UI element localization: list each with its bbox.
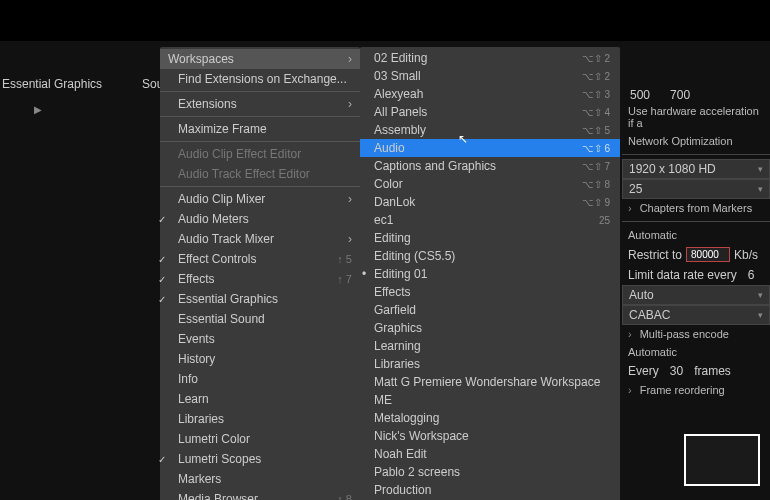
menu-essential-sound[interactable]: Essential Sound xyxy=(160,309,360,329)
separator xyxy=(160,141,360,142)
workspace-editing[interactable]: Editing xyxy=(360,229,620,247)
hw-accel-option[interactable]: Use hardware acceleration if a xyxy=(622,102,770,132)
window-titlebar xyxy=(0,0,770,41)
separator xyxy=(160,186,360,187)
automatic-label: Automatic xyxy=(622,226,770,244)
menu-maximize-frame[interactable]: Maximize Frame xyxy=(160,119,360,139)
chapters-from-markers[interactable]: Chapters from Markers xyxy=(622,199,770,217)
tab-essential-graphics[interactable]: Essential Graphics xyxy=(2,77,102,91)
workspace-me[interactable]: ME xyxy=(360,391,620,409)
menu-audio-track-effect-editor: Audio Track Effect Editor xyxy=(160,164,360,184)
every-frames-row: Every 30 frames xyxy=(622,361,770,381)
menu-audio-clip-effect-editor: Audio Clip Effect Editor xyxy=(160,144,360,164)
workspace-matt-g-premiere-wondershare-workspace[interactable]: Matt G Premiere Wondershare Workspace xyxy=(360,373,620,391)
separator xyxy=(160,116,360,117)
menu-markers[interactable]: Markers xyxy=(160,469,360,489)
workspace-03-small[interactable]: 03 Small⌥⇧ 2 xyxy=(360,67,620,85)
menu-audio-clip-mixer[interactable]: Audio Clip Mixer xyxy=(160,189,360,209)
workspace-metalogging[interactable]: Metalogging xyxy=(360,409,620,427)
workspace-audio[interactable]: Audio⌥⇧ 6 xyxy=(360,139,620,157)
workspace-all-panels[interactable]: All Panels⌥⇧ 4 xyxy=(360,103,620,121)
workspace-production[interactable]: Production xyxy=(360,481,620,499)
network-opt-option[interactable]: Network Optimization xyxy=(622,132,770,150)
menu-info[interactable]: Info xyxy=(160,369,360,389)
menu-libraries[interactable]: Libraries xyxy=(160,409,360,429)
workspace-alexyeah[interactable]: Alexyeah⌥⇧ 3 xyxy=(360,85,620,103)
workspace-danlok[interactable]: DanLok⌥⇧ 9 xyxy=(360,193,620,211)
menu-workspaces[interactable]: Workspaces xyxy=(160,49,360,69)
export-settings-panel: 500700 Use hardware acceleration if a Ne… xyxy=(622,88,770,399)
workspaces-submenu: 02 Editing⌥⇧ 203 Small⌥⇧ 2Alexyeah⌥⇧ 3Al… xyxy=(360,47,620,500)
menu-learn[interactable]: Learn xyxy=(160,389,360,409)
workspace-garfield[interactable]: Garfield xyxy=(360,301,620,319)
menu-find-extensions[interactable]: Find Extensions on Exchange... xyxy=(160,69,360,89)
workspace-learning[interactable]: Learning xyxy=(360,337,620,355)
limit-data-rate-row: Limit data rate every 6 xyxy=(622,265,770,285)
automatic2-label: Automatic xyxy=(622,343,770,361)
chevron-right-icon: ▶ xyxy=(34,104,42,115)
workspace-editing-cs5-5-[interactable]: Editing (CS5.5) xyxy=(360,247,620,265)
menu-effects[interactable]: Effects↑ 7 xyxy=(160,269,360,289)
window-menu: Workspaces Find Extensions on Exchange..… xyxy=(160,47,360,500)
menu-lumetri-scopes[interactable]: Lumetri Scopes xyxy=(160,449,360,469)
workspace-pablo-2-screens[interactable]: Pablo 2 screens xyxy=(360,463,620,481)
menu-effect-controls[interactable]: Effect Controls↑ 5 xyxy=(160,249,360,269)
menu-media-browser[interactable]: Media Browser↑ 8 xyxy=(160,489,360,500)
menu-essential-graphics[interactable]: Essential Graphics xyxy=(160,289,360,309)
workspace-02-editing[interactable]: 02 Editing⌥⇧ 2 xyxy=(360,49,620,67)
workspace-editing-01[interactable]: Editing 01 xyxy=(360,265,620,283)
auto-dropdown[interactable]: Auto xyxy=(622,285,770,305)
resolution-dropdown[interactable]: 1920 x 1080 HD xyxy=(622,159,770,179)
workspace-assembly[interactable]: Assembly⌥⇧ 5 xyxy=(360,121,620,139)
separator xyxy=(160,91,360,92)
restrict-to-row: Restrict to Kb/s xyxy=(622,244,770,265)
workspace-ec1[interactable]: ec125 xyxy=(360,211,620,229)
menu-lumetri-color[interactable]: Lumetri Color xyxy=(160,429,360,449)
menu-history[interactable]: History xyxy=(160,349,360,369)
menu-audio-track-mixer[interactable]: Audio Track Mixer xyxy=(160,229,360,249)
fps-dropdown[interactable]: 25 xyxy=(622,179,770,199)
menu-events[interactable]: Events xyxy=(160,329,360,349)
workspace-color[interactable]: Color⌥⇧ 8 xyxy=(360,175,620,193)
menu-audio-meters[interactable]: Audio Meters xyxy=(160,209,360,229)
workspace-graphics[interactable]: Graphics xyxy=(360,319,620,337)
workspace-effects[interactable]: Effects xyxy=(360,283,620,301)
cabac-dropdown[interactable]: CABAC xyxy=(622,305,770,325)
workspace-noah-edit[interactable]: Noah Edit xyxy=(360,445,620,463)
workspace-captions-and-graphics[interactable]: Captions and Graphics⌥⇧ 7 xyxy=(360,157,620,175)
workspace-libraries[interactable]: Libraries xyxy=(360,355,620,373)
bitrate-input[interactable] xyxy=(686,247,730,262)
frame-reordering[interactable]: Frame reordering xyxy=(622,381,770,399)
menu-extensions[interactable]: Extensions xyxy=(160,94,360,114)
multipass-encode[interactable]: Multi-pass encode xyxy=(622,325,770,343)
timeline-ruler: 500700 xyxy=(622,88,770,102)
workspace-nick-s-workspace[interactable]: Nick's Workspace xyxy=(360,427,620,445)
preview-thumbnail[interactable] xyxy=(684,434,760,486)
